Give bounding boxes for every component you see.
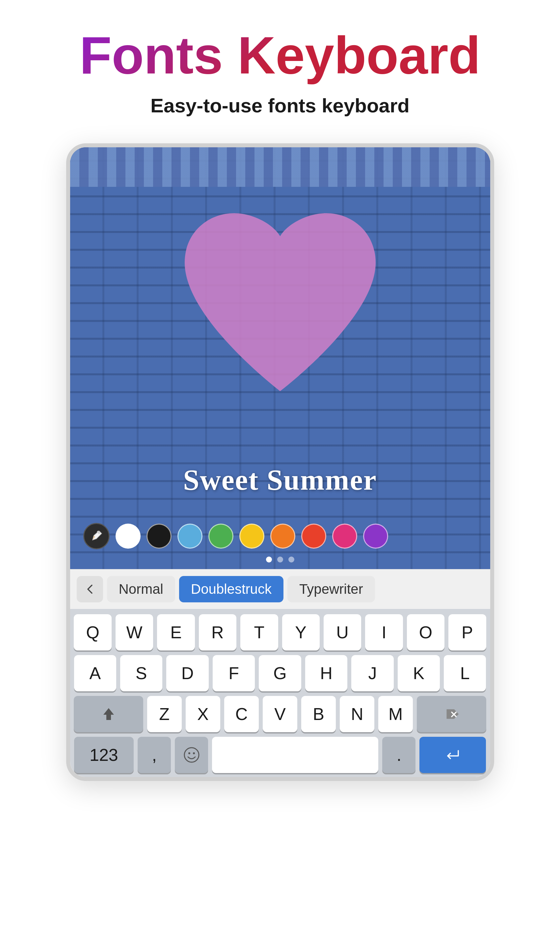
color-purple[interactable] bbox=[363, 524, 388, 549]
key-b[interactable]: B bbox=[301, 696, 336, 732]
key-r[interactable]: R bbox=[199, 614, 236, 650]
key-j[interactable]: J bbox=[351, 655, 394, 691]
color-orange[interactable] bbox=[270, 524, 295, 549]
color-pink[interactable] bbox=[332, 524, 357, 549]
color-green[interactable] bbox=[208, 524, 234, 549]
key-x[interactable]: X bbox=[186, 696, 220, 732]
space-key[interactable] bbox=[212, 737, 378, 773]
enter-key[interactable] bbox=[419, 737, 486, 773]
key-l[interactable]: L bbox=[444, 655, 486, 691]
key-s[interactable]: S bbox=[120, 655, 162, 691]
svg-point-3 bbox=[193, 752, 195, 754]
page-title: Fonts Keyboard bbox=[66, 26, 494, 84]
key-f[interactable]: F bbox=[213, 655, 255, 691]
pagination-dots bbox=[266, 557, 294, 562]
key-p[interactable]: P bbox=[448, 614, 486, 650]
key-g[interactable]: G bbox=[259, 655, 301, 691]
image-overlay-text: Sweet Summer bbox=[183, 463, 377, 497]
emoji-key[interactable] bbox=[175, 737, 208, 773]
keyboard-area: Q W E R T Y U I O P A S D F G H J K L bbox=[70, 609, 490, 777]
key-t[interactable]: T bbox=[240, 614, 278, 650]
key-u[interactable]: U bbox=[324, 614, 361, 650]
keyboard-row-bottom: 123 , . bbox=[74, 737, 486, 773]
key-k[interactable]: K bbox=[398, 655, 440, 691]
color-picker-row bbox=[83, 523, 477, 549]
dot-1 bbox=[266, 557, 272, 562]
key-m[interactable]: M bbox=[378, 696, 413, 732]
image-area: Sweet Summer bbox=[70, 147, 490, 569]
font-option-typewriter[interactable]: Typewriter bbox=[288, 576, 375, 602]
key-v[interactable]: V bbox=[263, 696, 297, 732]
key-a[interactable]: A bbox=[74, 655, 116, 691]
key-y[interactable]: Y bbox=[282, 614, 320, 650]
comma-key[interactable]: , bbox=[138, 737, 171, 773]
color-black[interactable] bbox=[146, 524, 172, 549]
keyboard-row-2: A S D F G H J K L bbox=[74, 655, 486, 691]
keyboard-row-3: Z X C V B N M bbox=[74, 696, 486, 732]
color-yellow[interactable] bbox=[239, 524, 265, 549]
heart-image bbox=[165, 193, 395, 411]
page-subtitle: Easy-to-use fonts keyboard bbox=[151, 94, 409, 117]
phone-mockup: Sweet Summer bbox=[66, 144, 494, 781]
dot-2 bbox=[277, 557, 283, 562]
period-key[interactable]: . bbox=[382, 737, 415, 773]
shift-key[interactable] bbox=[74, 696, 143, 732]
number-key[interactable]: 123 bbox=[74, 737, 134, 773]
color-white[interactable] bbox=[115, 524, 141, 549]
svg-point-1 bbox=[185, 748, 199, 762]
key-n[interactable]: N bbox=[340, 696, 374, 732]
color-sky-blue[interactable] bbox=[177, 524, 203, 549]
back-button[interactable] bbox=[77, 576, 103, 602]
keyboard-row-1: Q W E R T Y U I O P bbox=[74, 614, 486, 650]
key-q[interactable]: Q bbox=[74, 614, 111, 650]
key-d[interactable]: D bbox=[166, 655, 208, 691]
color-picker-button[interactable] bbox=[83, 523, 110, 549]
key-w[interactable]: W bbox=[115, 614, 153, 650]
key-h[interactable]: H bbox=[305, 655, 347, 691]
font-option-normal[interactable]: Normal bbox=[107, 576, 175, 602]
key-e[interactable]: E bbox=[157, 614, 195, 650]
font-option-doublestruck[interactable]: Doublestruck bbox=[179, 576, 283, 602]
delete-key[interactable] bbox=[417, 696, 486, 732]
key-c[interactable]: C bbox=[224, 696, 259, 732]
top-curtain bbox=[70, 147, 490, 187]
key-o[interactable]: O bbox=[407, 614, 445, 650]
font-selector-row: Normal Doublestruck Typewriter bbox=[70, 569, 490, 609]
key-i[interactable]: I bbox=[365, 614, 403, 650]
color-red[interactable] bbox=[301, 524, 326, 549]
svg-point-2 bbox=[188, 752, 190, 754]
dot-3 bbox=[288, 557, 294, 562]
key-z[interactable]: Z bbox=[147, 696, 182, 732]
